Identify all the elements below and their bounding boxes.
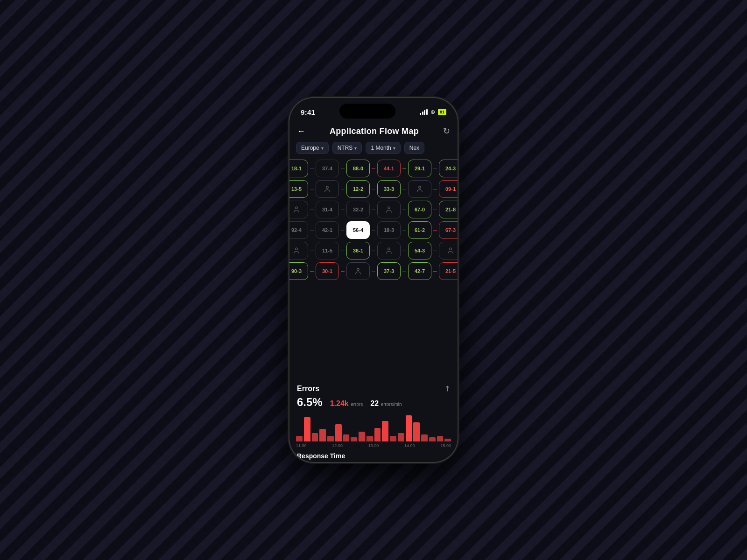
node-37-3[interactable]: 37-3 xyxy=(377,262,401,280)
node-icon-6[interactable] xyxy=(377,242,401,259)
node-42-7[interactable]: 42-7 xyxy=(408,262,431,280)
node-icon-7[interactable] xyxy=(439,242,458,259)
chart-area: 11:00 12:00 13:00 14:00 15:00 xyxy=(289,412,458,449)
node-icon-1[interactable] xyxy=(316,180,339,198)
connector-red xyxy=(341,271,345,272)
svg-point-3 xyxy=(388,207,390,209)
node-21-5[interactable]: 21-5 xyxy=(439,262,458,280)
connector xyxy=(341,230,345,231)
node-44-1[interactable]: 44-1 xyxy=(377,160,401,177)
connector xyxy=(372,210,375,210)
node-21-8[interactable]: 21-8 xyxy=(439,201,458,218)
errors-title: Errors xyxy=(297,385,319,393)
connector xyxy=(341,251,345,251)
connector-red xyxy=(433,271,437,272)
errors-stats: 6.5% 1.24k errors 22 errors/min xyxy=(297,396,450,409)
chart-bar xyxy=(296,436,303,441)
chevron-down-icon-3: ▾ xyxy=(393,146,395,151)
filter-next-label: Nex xyxy=(409,145,419,151)
svg-point-2 xyxy=(296,207,298,209)
signal-bar-1 xyxy=(420,113,421,115)
response-section: Response Time xyxy=(289,449,458,462)
node-56-4[interactable]: 56-4 xyxy=(346,221,370,239)
node-67-3[interactable]: 67-3 xyxy=(439,221,458,239)
chart-bar xyxy=(390,436,396,441)
signal-bars-icon xyxy=(420,109,428,115)
node-18-1[interactable]: 18-1 xyxy=(289,160,308,177)
node-37-4[interactable]: 37-4 xyxy=(316,160,339,177)
filter-next[interactable]: Nex xyxy=(404,142,424,154)
node-12-2[interactable]: 12-2 xyxy=(346,180,370,198)
connector xyxy=(310,168,314,169)
connector xyxy=(341,210,345,210)
status-icons: ⊕ 81 xyxy=(420,109,446,115)
node-67-0[interactable]: 67-0 xyxy=(408,201,431,218)
connector xyxy=(372,251,375,251)
phone-screen: 9:41 ⊕ 81 ← Application Flow Map ↻ E xyxy=(289,98,458,462)
svg-point-6 xyxy=(450,248,452,250)
connector-red xyxy=(433,189,437,189)
node-92-4[interactable]: 92-4 xyxy=(289,221,308,239)
svg-point-4 xyxy=(296,248,298,250)
filter-service[interactable]: NTRS ▾ xyxy=(332,142,362,154)
node-61-2[interactable]: 61-2 xyxy=(408,221,431,239)
node-90-3[interactable]: 90-3 xyxy=(289,262,308,280)
node-icon-2[interactable] xyxy=(408,180,431,198)
filter-period[interactable]: 1 Month ▾ xyxy=(366,142,400,154)
chart-bar xyxy=(359,432,365,441)
filter-region-label: Europe xyxy=(301,145,319,151)
chart-bar xyxy=(343,434,350,441)
node-icon-3[interactable] xyxy=(289,201,308,218)
phone-frame: 9:41 ⊕ 81 ← Application Flow Map ↻ E xyxy=(289,98,458,462)
nav-bar: ← Application Flow Map ↻ xyxy=(289,122,458,140)
node-54-3[interactable]: 54-3 xyxy=(408,242,431,259)
signal-bar-4 xyxy=(426,109,428,115)
signal-bar-3 xyxy=(424,110,425,115)
svg-point-5 xyxy=(388,248,390,250)
connector xyxy=(402,189,406,189)
node-11-5[interactable]: 11-5 xyxy=(316,242,339,259)
response-title: Response Time xyxy=(297,452,345,460)
grid-row-6: 90-3 30-1 37-3 42-7 21-5 xyxy=(294,262,453,280)
signal-bar-2 xyxy=(422,112,423,115)
node-36-1[interactable]: 36-1 xyxy=(346,242,370,259)
node-13-5[interactable]: 13-5 xyxy=(289,180,308,198)
connector xyxy=(372,230,375,231)
node-icon-5[interactable] xyxy=(289,242,308,259)
back-button[interactable]: ← xyxy=(297,126,305,136)
node-33-3[interactable]: 33-3 xyxy=(377,180,401,198)
node-31-4[interactable]: 31-4 xyxy=(316,201,339,218)
node-30-1[interactable]: 30-1 xyxy=(316,262,339,280)
error-count: 1.24k xyxy=(330,399,349,407)
node-24-3[interactable]: 24-3 xyxy=(439,160,458,177)
node-88-0[interactable]: 88-0 xyxy=(346,160,370,177)
expand-icon[interactable]: ↗ xyxy=(442,383,452,394)
chart-label-4: 14:00 xyxy=(404,443,415,448)
node-29-1[interactable]: 29-1 xyxy=(408,160,431,177)
chart-label-5: 15:00 xyxy=(440,443,451,448)
chart-labels: 11:00 12:00 13:00 14:00 15:00 xyxy=(296,442,451,449)
chart-bar xyxy=(382,421,388,441)
chart-label-2: 12:00 xyxy=(332,443,343,448)
filter-region[interactable]: Europe ▾ xyxy=(296,142,329,154)
chart-label-1: 11:00 xyxy=(296,443,307,448)
chart-bar xyxy=(429,437,436,441)
node-18-3[interactable]: 18-3 xyxy=(377,221,401,239)
connector xyxy=(402,210,406,210)
grid-row-4: 92-4 42-1 56-4 18-3 61-2 67-3 xyxy=(294,221,453,239)
status-time: 9:41 xyxy=(301,108,315,116)
node-icon-8[interactable] xyxy=(346,262,370,280)
connector xyxy=(433,168,437,169)
node-09-1[interactable]: 09-1 xyxy=(439,180,458,198)
chart-bar xyxy=(444,439,451,441)
connector xyxy=(433,251,437,251)
errors-header: Errors ↗ xyxy=(297,384,450,393)
node-icon-4[interactable] xyxy=(377,201,401,218)
refresh-icon[interactable]: ↻ xyxy=(443,126,450,136)
connector-green xyxy=(402,168,406,169)
chart-bar xyxy=(312,433,318,441)
filter-row: Europe ▾ NTRS ▾ 1 Month ▾ Nex xyxy=(289,140,458,158)
node-42-1[interactable]: 42-1 xyxy=(316,221,339,239)
node-32-2[interactable]: 32-2 xyxy=(346,201,370,218)
error-count-label: errors xyxy=(351,402,363,407)
